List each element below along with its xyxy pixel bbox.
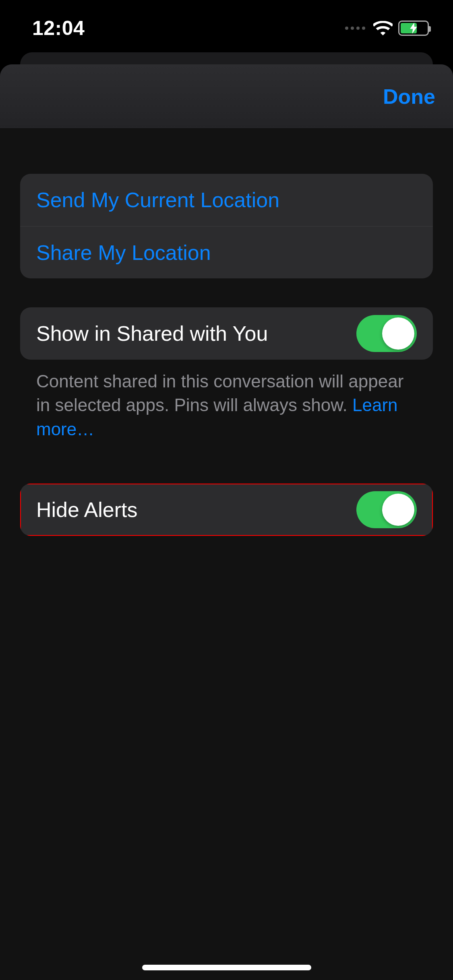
show-in-shared-label: Show in Shared with You (36, 321, 268, 346)
sheet-content: Send My Current Location Share My Locati… (0, 174, 453, 536)
send-current-location-row[interactable]: Send My Current Location (20, 174, 433, 226)
hide-alerts-label: Hide Alerts (36, 498, 137, 522)
show-in-shared-row[interactable]: Show in Shared with You (20, 307, 433, 360)
share-my-location-row[interactable]: Share My Location (20, 226, 433, 278)
send-current-location-label: Send My Current Location (36, 188, 279, 212)
charging-bolt-icon (410, 23, 417, 34)
done-button[interactable]: Done (383, 84, 435, 109)
hide-alerts-row[interactable]: Hide Alerts (20, 484, 433, 536)
shared-with-you-footer: Content shared in this conversation will… (20, 360, 433, 441)
hide-alerts-toggle[interactable] (356, 491, 417, 528)
toggle-knob (382, 494, 414, 526)
location-actions-group: Send My Current Location Share My Locati… (20, 174, 433, 278)
sheet-header: Done (0, 64, 453, 129)
hide-alerts-group: Hide Alerts (20, 484, 433, 536)
signal-dots-icon (345, 27, 365, 30)
toggle-knob (382, 317, 414, 350)
home-indicator[interactable] (142, 965, 311, 970)
share-my-location-label: Share My Location (36, 241, 211, 265)
hide-alerts-wrapper: Hide Alerts (20, 484, 433, 536)
status-bar: 12:04 (0, 0, 453, 56)
shared-footer-text: Content shared in this conversation will… (36, 371, 403, 415)
status-right-cluster (345, 21, 429, 36)
show-in-shared-toggle[interactable] (356, 315, 417, 352)
battery-icon (398, 21, 429, 36)
shared-with-you-group: Show in Shared with You (20, 307, 433, 360)
wifi-icon (373, 21, 393, 35)
status-time: 12:04 (32, 16, 85, 40)
modal-sheet: Done Send My Current Location Share My L… (0, 64, 453, 980)
